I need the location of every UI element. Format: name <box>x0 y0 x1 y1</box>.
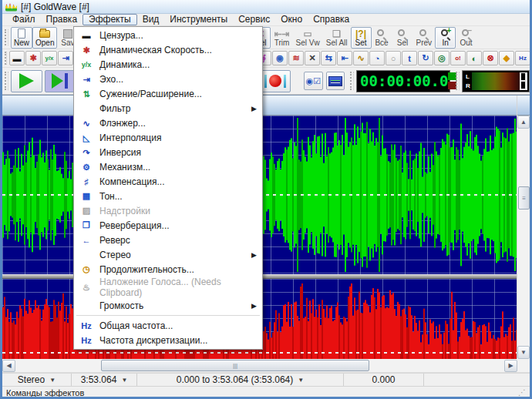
menu-item-3[interactable]: y/xДинамика... <box>75 58 261 72</box>
menu-item-15[interactable]: ←Реверс <box>75 233 261 247</box>
menubar-item-окно[interactable]: Окно <box>275 14 308 25</box>
effect-shortcut-6-button[interactable]: ⇤ <box>337 51 352 65</box>
select-view-button[interactable]: ▭Sel Vw <box>293 27 323 49</box>
new-button[interactable]: New <box>11 27 32 49</box>
record-button[interactable] <box>259 70 291 92</box>
menu-item-19[interactable]: Громкость▶ <box>75 298 261 313</box>
play-all-button[interactable] <box>45 70 76 92</box>
position-indicator: 0.000 <box>344 374 424 386</box>
effect-shortcut-7-button[interactable]: ∿ <box>353 51 369 65</box>
shortcut-16-icon: ◆ <box>503 53 510 63</box>
menu-item-4[interactable]: ⇥Эхо... <box>75 72 261 87</box>
horizontal-scroll-thumb[interactable]: ||| <box>101 360 369 371</box>
effect-shortcut-14-button[interactable]: ◐ <box>466 51 482 65</box>
play-bar-icon <box>65 73 68 89</box>
set-marker-icon: |?| <box>355 28 366 39</box>
menu-item-16[interactable]: Стерео▶ <box>75 247 261 262</box>
toolbar-button-label: Prev <box>416 39 433 47</box>
length-selector[interactable]: 3:53.064▼ <box>72 374 137 386</box>
menu-item-14[interactable]: ❒Реверберация... <box>75 218 261 233</box>
channels-selector[interactable]: Stereo▼ <box>2 374 72 386</box>
visuals-button[interactable] <box>326 72 345 90</box>
horizontal-scrollbar[interactable]: ◀ ||| ▶ <box>2 359 530 373</box>
menubar-item-справка[interactable]: Справка <box>308 14 355 25</box>
effect-shortcut-11-button[interactable]: ↻ <box>418 51 433 65</box>
menu-item-label: Динамическая Скорость... <box>96 45 249 55</box>
zoom-all-button[interactable]: Все <box>372 27 392 49</box>
menu-item-label: Реверберация... <box>96 220 249 231</box>
zoom-previous-button[interactable]: Prev <box>413 27 436 49</box>
menu-item-7[interactable]: ∿Флэнжер... <box>75 116 261 131</box>
play-button[interactable] <box>11 70 42 92</box>
menu-item-8[interactable]: ◺Интерполяция <box>75 131 261 146</box>
effect-echo-button[interactable]: ⇥ <box>58 51 73 65</box>
vertical-scrollbar[interactable]: ▲ ≡ ▼ <box>517 96 530 359</box>
menubar-item-инструменты[interactable]: Инструменты <box>164 14 233 25</box>
select-all-button[interactable]: ❏Sel All <box>323 27 351 49</box>
menubar-item-правка[interactable]: Правка <box>41 14 83 25</box>
scroll-down-arrow[interactable]: ▼ <box>517 346 530 359</box>
zoom-in-button[interactable]: +In <box>435 27 456 49</box>
effect-censor-button[interactable]: ▬ <box>9 51 25 65</box>
control-properties-button[interactable]: ◉☑ <box>304 72 323 90</box>
menu-item-21[interactable]: HzЧастота дискретизации... <box>75 333 261 347</box>
menubar-item-файл[interactable]: Файл <box>7 14 41 25</box>
title-bar: [#] GoldWave [#] <box>2 0 530 14</box>
zoom-out-icon: − <box>462 29 469 36</box>
effect-shortcut-12-button[interactable]: ◎ <box>434 51 450 65</box>
zoom-out-button[interactable]: −Out <box>456 27 476 49</box>
menu-item-5[interactable]: ⇅Сужение/Расширение... <box>75 87 261 102</box>
menu-item-10[interactable]: ⚙Механизм... <box>75 160 261 175</box>
select-all-icon: ❏ <box>332 28 341 39</box>
set-button[interactable]: |?|Set <box>351 27 372 49</box>
menu-item-6[interactable]: Фильтр▶ <box>75 102 261 116</box>
meter-right-label: R <box>466 82 470 89</box>
menubar-item-сервис[interactable]: Сервис <box>233 14 275 25</box>
menu-item-icon: Hz <box>76 336 96 345</box>
effect-shortcut-2-button[interactable]: ◉ <box>272 51 288 65</box>
menubar-item-эффекты[interactable]: Эффекты <box>82 14 137 25</box>
menu-item-13: ▨Надстройки <box>75 203 261 218</box>
scroll-right-arrow[interactable]: ▶ <box>504 360 517 372</box>
effect-dynamics-button[interactable]: y/x <box>42 51 57 65</box>
scroll-left-arrow[interactable]: ◀ <box>2 360 15 372</box>
menu-item-label: Компенсация... <box>96 176 249 187</box>
menu-item-12[interactable]: ▦Тон... <box>75 189 261 203</box>
menu-item-11[interactable]: ♯Компенсация... <box>75 175 261 189</box>
menu-item-icon: ← <box>76 236 96 245</box>
menu-item-icon: Hz <box>76 321 96 330</box>
effect-shortcut-8-button[interactable]: ◔ <box>369 51 385 65</box>
effect-dynamic-speed-button[interactable]: ✱ <box>25 51 41 65</box>
save-disk-icon <box>63 28 72 39</box>
menu-item-17[interactable]: ◷Продолжительность... <box>75 262 261 277</box>
menu-item-2[interactable]: ✱Динамическая Скорость... <box>75 43 261 58</box>
zoom-selection-button[interactable]: Sel <box>392 27 413 49</box>
selection-range[interactable]: 0.000 to 3:53.064 (3:53.064)▼ <box>137 374 344 386</box>
open-folder-icon <box>39 30 50 38</box>
effect-shortcut-13-button[interactable]: o! <box>450 51 466 65</box>
effect-shortcut-9-button[interactable]: ○ <box>386 51 401 65</box>
toolbar-grip <box>5 72 8 90</box>
dynamic-speed-icon: ✱ <box>29 53 36 63</box>
open-button[interactable]: Open <box>32 27 57 49</box>
effect-shortcut-10-button[interactable]: t <box>402 51 417 65</box>
vertical-scroll-thumb[interactable]: ≡ <box>518 186 530 210</box>
submenu-arrow-icon: ▶ <box>249 251 260 259</box>
effect-shortcut-16-button[interactable]: ◆ <box>499 51 514 65</box>
effect-shortcut-17-button[interactable]: Hz <box>515 51 530 65</box>
menu-item-20[interactable]: HzОбщая частота... <box>75 318 261 333</box>
effect-shortcut-3-button[interactable]: ≋ <box>288 51 304 65</box>
scroll-up-arrow[interactable]: ▲ <box>517 116 530 129</box>
trim-button[interactable]: ⇤⇥Trim <box>271 27 292 49</box>
resize-grip[interactable]: ⋰ <box>518 388 526 397</box>
toolbar-button-label: Open <box>35 39 54 47</box>
effect-shortcut-4-button[interactable]: ✕ <box>305 51 320 65</box>
effect-shortcut-5-button[interactable]: ⇆ <box>321 51 336 65</box>
effect-shortcut-15-button[interactable]: ⊗ <box>483 51 498 65</box>
zoom-modifier: − <box>468 26 473 35</box>
menu-item-9[interactable]: ↷Инверсия <box>75 146 261 160</box>
menu-item-icon: ↷ <box>76 148 96 158</box>
chevron-down-icon: ▼ <box>121 377 127 384</box>
menu-item-1[interactable]: ▬Цензура... <box>75 28 261 43</box>
menubar-item-вид[interactable]: Вид <box>137 14 165 25</box>
